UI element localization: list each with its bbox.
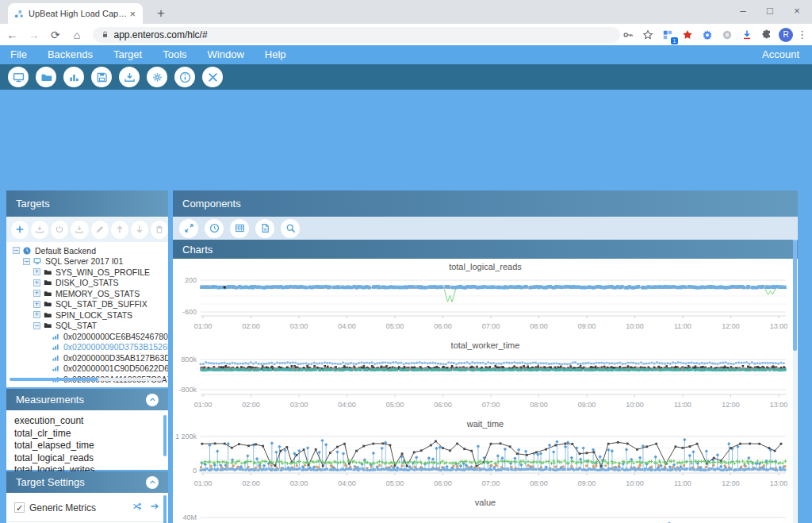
profile-avatar[interactable]: R (779, 28, 793, 42)
new-tab-button[interactable]: + (152, 5, 170, 22)
add-icon[interactable] (11, 221, 29, 239)
password-key-icon[interactable] (620, 27, 636, 43)
svg-text:10:00: 10:00 (626, 401, 644, 409)
charts-scrollbar[interactable] (793, 240, 797, 523)
tree-item-sql-server-2017-i01[interactable]: –SQL Server 2017 I01 (6, 256, 168, 267)
svg-text:05:00: 05:00 (386, 401, 404, 409)
folder-icon[interactable] (36, 67, 56, 87)
info-icon[interactable] (174, 67, 195, 87)
bookmark-star-icon[interactable] (640, 27, 656, 43)
svg-text:01:00: 01:00 (194, 479, 213, 487)
measurement-item-execution_count[interactable]: execution_count (14, 415, 168, 428)
expand-icon[interactable] (179, 219, 198, 238)
browser-tab-strip: UpBeat High Load Capture × + – □ × (0, 0, 812, 24)
measurement-item-total_clr_time[interactable]: total_clr_time (14, 428, 168, 440)
target-settings-scrollbar[interactable] (163, 495, 167, 523)
save-icon[interactable] (91, 67, 112, 87)
shuffle-icon[interactable] (132, 501, 143, 514)
power-icon[interactable] (51, 221, 68, 239)
table-icon[interactable] (230, 219, 249, 238)
chart-plot-total_worker_time[interactable]: 800k-800k01:0002:0003:0004:0005:0006:000… (175, 350, 794, 415)
tree-item-memory-os-stats[interactable]: +MEMORY_OS_STATS (6, 288, 168, 299)
tree-item-label: 0x02000000CE6B452467800 (63, 332, 168, 341)
menu-item-tools[interactable]: Tools (152, 45, 197, 64)
monitor-icon[interactable] (8, 67, 29, 87)
url-field[interactable]: app.enteros.com/hlc/# (93, 27, 621, 43)
tree-horizontal-scrollbar[interactable] (10, 378, 163, 381)
clock-icon[interactable] (205, 219, 224, 238)
edit-icon[interactable] (91, 221, 109, 239)
red-star-extension-icon[interactable] (680, 27, 695, 43)
apply-arrow-icon[interactable] (149, 501, 160, 514)
tree-item-label: SPIN_LOCK_STATS (56, 310, 132, 320)
measurement-item-total_logical_reads[interactable]: total_logical_reads (14, 452, 168, 465)
app-menu-bar: FileBackendsTargetToolsWindowHelpAccount (0, 45, 812, 64)
move-down-icon[interactable] (131, 221, 148, 239)
menu-item-backends[interactable]: Backends (37, 45, 103, 64)
reload-icon[interactable]: ⟳ (46, 29, 64, 41)
chart-plot-value[interactable]: 40M-40M01:0002:0003:0004:0005:0006:0007:… (175, 507, 794, 523)
tree-item-0x020000001c90d50622d67[interactable]: 0x020000001C90D50622D67 (6, 363, 168, 375)
import-icon[interactable] (119, 67, 140, 87)
window-minimize-button[interactable]: – (730, 0, 756, 22)
menu-item-account[interactable]: Account (749, 45, 812, 64)
settings-icon[interactable] (147, 67, 167, 87)
tree-item-spin-lock-stats[interactable]: +SPIN_LOCK_STATS (6, 310, 168, 321)
bar-chart-icon[interactable] (63, 67, 84, 87)
svg-text:200: 200 (185, 276, 197, 284)
collapse-expander-icon[interactable]: – (23, 258, 30, 265)
tree-item-0x0200000090d3753b1526b[interactable]: 0x0200000090D3753B1526B (6, 342, 168, 353)
browser-tab[interactable]: UpBeat High Load Capture × (8, 3, 143, 24)
svg-text:13:00: 13:00 (770, 401, 788, 409)
puzzle-icon[interactable] (759, 27, 775, 43)
menu-item-target[interactable]: Target (103, 45, 152, 64)
tree-item-0x02000000d35ab127b63da[interactable]: 0x02000000D35AB127B63DA (6, 352, 168, 363)
tree-item-disk-io-stats[interactable]: +DISK_IO_STATS (6, 278, 168, 289)
window-close-button[interactable]: × (783, 0, 810, 22)
measurements-panel-title: Measurements (16, 394, 84, 406)
pdf-icon[interactable] (255, 219, 274, 238)
measurements-collapse-button[interactable] (146, 394, 159, 406)
chart-plot-total_logical_reads[interactable]: 200-60001:0002:0003:0004:0005:0006:0007:… (175, 271, 794, 336)
download-extension-icon[interactable] (739, 27, 755, 43)
target-settings-collapse-button[interactable] (146, 476, 159, 489)
menu-item-help[interactable]: Help (255, 45, 297, 64)
expand-expander-icon[interactable]: + (33, 268, 40, 275)
home-icon[interactable]: ⌂ (67, 29, 86, 41)
measurements-scrollbar[interactable] (163, 415, 167, 456)
blue-gear-extension-icon[interactable] (699, 27, 715, 43)
browser-menu-icon[interactable]: ⋮ (797, 29, 807, 40)
menu-item-window[interactable]: Window (197, 45, 255, 64)
measurement-item-total_elapsed_time[interactable]: total_elapsed_time (14, 440, 168, 452)
expand-expander-icon[interactable]: + (33, 301, 40, 308)
tools-icon[interactable] (202, 67, 223, 87)
menu-item-file[interactable]: File (0, 45, 37, 64)
expand-expander-icon[interactable]: + (33, 279, 40, 286)
svg-text:12:00: 12:00 (722, 322, 740, 330)
browser-window: UpBeat High Load Capture × + – □ × ← → ⟳… (0, 0, 812, 523)
tree-item-0x02000000ce6b452467800[interactable]: 0x02000000CE6B452467800 (6, 331, 168, 342)
move-up-icon[interactable] (111, 221, 128, 239)
gray-circle-extension-icon[interactable] (719, 27, 735, 43)
generic-metrics-checkbox[interactable]: ✓ (14, 502, 25, 513)
expand-expander-icon[interactable]: + (33, 290, 40, 297)
delete-icon[interactable] (151, 221, 168, 239)
chart-plot-wait_time[interactable]: 1 200k001:0002:0003:0004:0005:0006:0007:… (175, 429, 794, 494)
folder-icon (43, 289, 52, 298)
forward-icon[interactable]: → (25, 29, 43, 41)
zoom-icon[interactable] (281, 219, 300, 238)
collapse-expander-icon[interactable]: – (13, 247, 20, 254)
collapse-expander-icon[interactable]: – (33, 322, 40, 329)
expand-expander-icon[interactable]: + (33, 311, 40, 318)
window-maximize-button[interactable]: □ (756, 0, 783, 22)
tree-item-default-backend[interactable]: –Default Backend (6, 245, 168, 256)
export-tray-icon[interactable] (71, 221, 88, 239)
tree-item-sys-win-os-profile[interactable]: +SYS_WIN_OS_PROFILE (6, 267, 168, 278)
back-icon[interactable]: ← (3, 29, 21, 41)
tree-item-sql-stat-db-suffix[interactable]: +SQL_STAT_DB_SUFFIX (6, 299, 168, 310)
tree-item-sql-stat[interactable]: –SQL_STAT (6, 321, 168, 332)
extension-grid-icon[interactable]: 1 (660, 27, 676, 43)
url-text: app.enteros.com/hlc/# (114, 29, 208, 40)
download-tray-icon[interactable] (31, 221, 48, 239)
tab-close-icon[interactable]: × (128, 8, 137, 20)
